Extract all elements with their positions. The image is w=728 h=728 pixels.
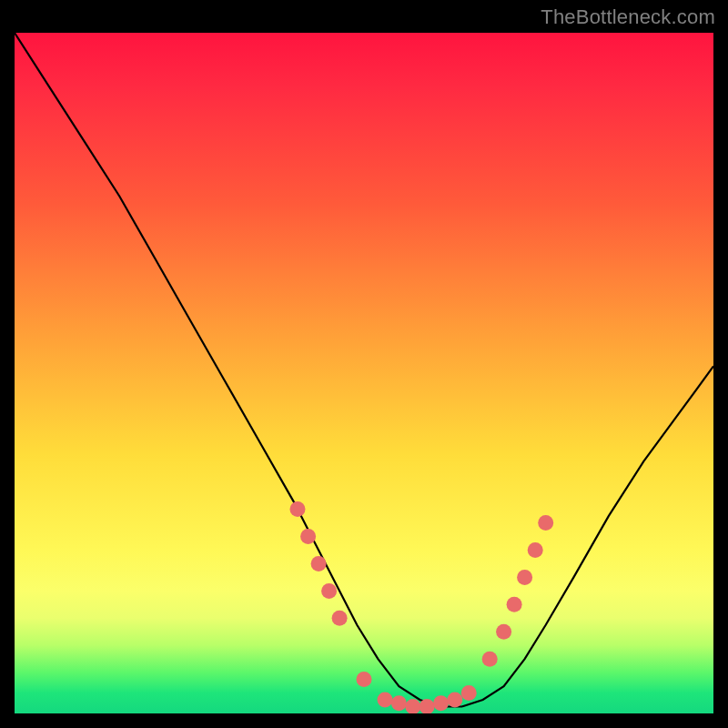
chart-frame [15, 33, 713, 713]
gradient-background [15, 33, 713, 713]
watermark-text: TheBottleneck.com [541, 5, 715, 29]
